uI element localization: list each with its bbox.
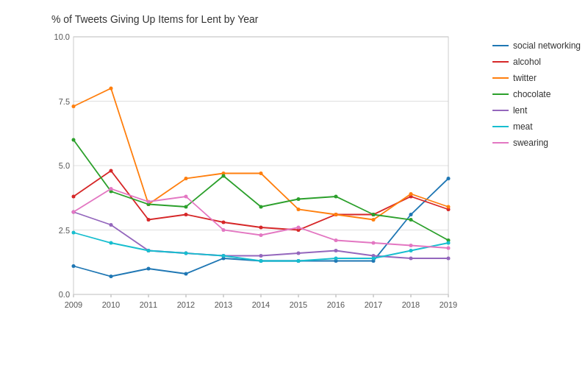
svg-point-62 (334, 213, 338, 216)
svg-point-63 (372, 218, 376, 222)
legend-item-twitter: twitter (492, 73, 581, 83)
legend-item-swearing: swearing (492, 138, 581, 148)
svg-point-58 (184, 177, 188, 180)
svg-point-107 (372, 241, 376, 245)
svg-point-100 (110, 187, 113, 191)
svg-point-47 (184, 213, 188, 216)
svg-point-104 (259, 233, 263, 237)
chart-svg: 0.02.55.07.510.0200920102011201220132014… (51, 29, 456, 316)
svg-point-102 (184, 195, 188, 199)
legend-item-lent: lent (492, 105, 581, 116)
svg-point-69 (184, 205, 188, 209)
svg-point-86 (409, 257, 413, 261)
svg-point-34 (110, 275, 113, 278)
svg-point-90 (147, 249, 151, 252)
svg-point-96 (372, 257, 376, 261)
svg-point-106 (334, 238, 338, 242)
svg-text:7.5: 7.5 (59, 97, 70, 106)
svg-point-72 (297, 197, 301, 201)
legend: social networkingalcoholtwitterchocolate… (492, 40, 581, 148)
svg-point-78 (110, 223, 113, 227)
legend-line (492, 61, 509, 63)
legend-line (492, 45, 509, 46)
svg-point-83 (297, 252, 301, 255)
svg-point-49 (259, 226, 263, 230)
legend-label: meat (513, 121, 533, 132)
svg-point-91 (184, 252, 188, 255)
svg-point-46 (147, 218, 151, 222)
svg-point-108 (409, 244, 413, 247)
svg-point-70 (222, 174, 226, 178)
svg-text:0.0: 0.0 (59, 290, 70, 299)
legend-label: social networking (513, 40, 581, 51)
legend-item-meat: meat (492, 121, 581, 132)
svg-text:10.0: 10.0 (54, 32, 70, 41)
svg-point-56 (110, 87, 113, 91)
svg-text:2012: 2012 (177, 300, 195, 309)
svg-point-64 (409, 192, 413, 196)
svg-text:2017: 2017 (365, 300, 382, 309)
legend-label: chocolate (513, 89, 551, 99)
svg-text:2011: 2011 (140, 300, 157, 309)
svg-text:2016: 2016 (327, 300, 345, 309)
svg-point-60 (259, 171, 263, 175)
svg-point-87 (447, 257, 451, 261)
svg-point-88 (72, 231, 76, 235)
svg-text:2015: 2015 (290, 300, 307, 309)
legend-label: swearing (513, 138, 548, 148)
svg-point-42 (409, 213, 413, 216)
legend-label: alcohol (513, 57, 541, 67)
legend-item-chocolate: chocolate (492, 89, 581, 99)
legend-line (492, 126, 509, 127)
svg-text:2010: 2010 (102, 300, 120, 309)
svg-text:2014: 2014 (252, 300, 270, 309)
svg-point-109 (447, 247, 451, 250)
svg-point-61 (297, 208, 301, 211)
legend-line (492, 77, 509, 79)
chart-area: 0.02.55.07.510.0200920102011201220132014… (51, 29, 456, 316)
chart-container: % of Tweets Giving Up Items for Lent by … (0, 0, 588, 368)
svg-text:2013: 2013 (215, 300, 232, 309)
legend-label: twitter (513, 73, 537, 83)
svg-point-97 (409, 249, 413, 252)
svg-point-48 (222, 221, 226, 224)
svg-point-75 (409, 218, 413, 222)
svg-point-99 (72, 210, 76, 214)
svg-point-45 (110, 169, 113, 173)
svg-text:2.5: 2.5 (59, 226, 70, 235)
legend-item-alcohol: alcohol (492, 57, 581, 67)
svg-text:2019: 2019 (440, 300, 457, 309)
svg-point-82 (259, 254, 263, 258)
svg-point-89 (110, 241, 113, 245)
svg-point-84 (334, 249, 338, 252)
chart-title: % of Tweets Giving Up Items for Lent by … (51, 13, 258, 25)
svg-point-103 (222, 228, 226, 232)
legend-item-social-networking: social networking (492, 40, 581, 51)
svg-point-36 (184, 272, 188, 276)
svg-point-105 (297, 226, 301, 230)
series-twitter (74, 88, 448, 220)
svg-point-74 (372, 213, 376, 216)
svg-text:5.0: 5.0 (59, 161, 70, 170)
svg-point-33 (72, 264, 76, 268)
svg-point-55 (72, 105, 76, 108)
svg-point-73 (334, 195, 338, 199)
series-chocolate (74, 140, 448, 241)
svg-point-65 (447, 205, 451, 209)
svg-point-71 (259, 205, 263, 209)
svg-text:2009: 2009 (65, 300, 82, 309)
svg-point-43 (447, 177, 451, 180)
legend-line (492, 142, 509, 144)
svg-point-44 (72, 195, 76, 199)
svg-point-94 (297, 259, 301, 263)
legend-line (492, 93, 509, 95)
svg-point-35 (147, 267, 151, 271)
svg-point-93 (259, 259, 263, 263)
svg-text:2018: 2018 (402, 300, 420, 309)
legend-label: lent (513, 105, 527, 116)
legend-line (492, 110, 509, 111)
svg-point-98 (447, 241, 451, 245)
svg-point-95 (334, 257, 338, 261)
series-alcohol (74, 171, 448, 230)
svg-point-66 (72, 138, 76, 142)
